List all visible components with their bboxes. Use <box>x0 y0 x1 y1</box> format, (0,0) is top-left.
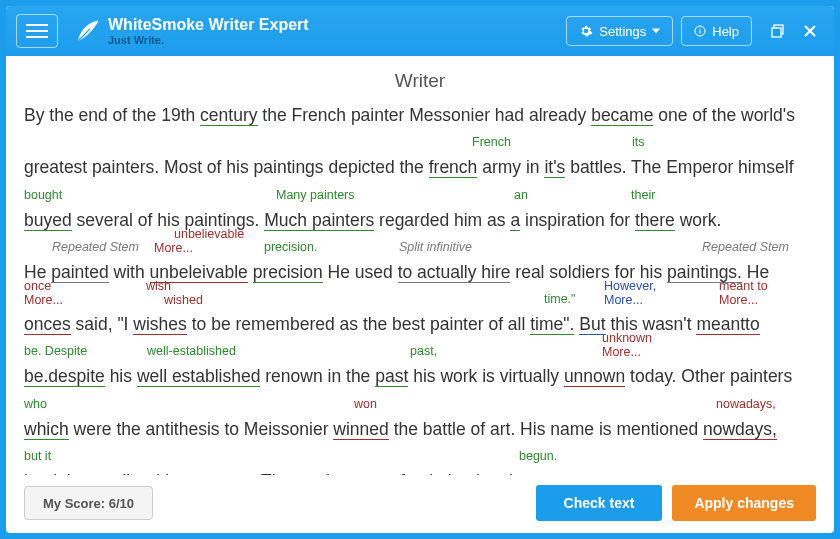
text-fragment: renown in the <box>260 366 375 386</box>
correction-suggestion[interactable]: past, <box>410 345 437 358</box>
text-line[interactable]: be. Despitewell-establishedpast,unknownM… <box>24 345 808 397</box>
flagged-word[interactable]: unnown <box>564 366 625 387</box>
correction-suggestion[interactable]: Repeated Stem <box>52 241 139 254</box>
flagged-word[interactable]: which <box>24 419 69 440</box>
text-fragment: his work is virtually <box>408 366 564 386</box>
flagged-word[interactable]: meantto <box>696 314 759 335</box>
check-text-button[interactable]: Check text <box>536 485 663 521</box>
restore-icon <box>770 23 786 39</box>
flagged-word[interactable]: unbeleivable <box>150 262 248 283</box>
text-editor[interactable]: By the end of the 19th century the Frenc… <box>24 102 816 475</box>
flagged-word[interactable]: century <box>200 105 257 126</box>
text-line[interactable]: onceMore...wishwishedtime."However,More.… <box>24 293 808 345</box>
flagged-word[interactable]: past <box>375 366 408 387</box>
correction-suggestion[interactable]: its <box>632 136 645 149</box>
flagged-word[interactable]: a <box>510 210 520 231</box>
settings-label: Settings <box>599 24 646 39</box>
text-fragment: said, "I <box>71 314 134 334</box>
text-line[interactable]: Frenchitsgreatest painters. Most of his … <box>24 136 808 188</box>
menu-button[interactable] <box>16 14 58 48</box>
text-fragment: inspiration for <box>520 210 635 230</box>
text-line[interactable]: boughtMany paintersantheirbuyed several … <box>24 189 808 241</box>
text-line[interactable]: Repeated StemMore...unbelievableprecisio… <box>24 241 808 293</box>
correction-suggestion[interactable]: their <box>631 189 655 202</box>
flagged-word[interactable]: Much painters <box>264 210 374 231</box>
svg-rect-4 <box>772 28 781 37</box>
text-fragment: but it is usually with contempt. The mod… <box>24 471 509 475</box>
correction-suggestion[interactable]: More... <box>719 294 758 307</box>
text-fragment: greatest painters. Most of his paintings… <box>24 157 429 177</box>
text-line[interactable]: but itbegun.but it is usually with conte… <box>24 450 808 475</box>
close-button[interactable] <box>796 17 824 45</box>
correction-suggestion[interactable]: nowadays, <box>716 398 776 411</box>
text-fragment <box>248 262 253 282</box>
correction-suggestion[interactable]: wished <box>164 294 203 307</box>
text-fragment: battles. The Emperor himself <box>565 157 793 177</box>
apply-changes-button[interactable]: Apply changes <box>672 485 816 521</box>
app-window: WhiteSmoke Writer Expert Just Write. Set… <box>6 6 834 533</box>
text-fragment: . <box>558 471 563 475</box>
text-fragment: regarded him as <box>374 210 510 230</box>
chevron-down-icon <box>652 27 660 35</box>
text-fragment: work. <box>675 210 722 230</box>
help-label: Help <box>712 24 739 39</box>
text-fragment: the French painter Messonier had already <box>258 105 592 125</box>
flagged-word[interactable]: became <box>591 105 653 126</box>
flagged-word[interactable]: onces <box>24 314 71 335</box>
flagged-word[interactable]: winned <box>333 419 388 440</box>
correction-suggestion[interactable]: More... <box>24 294 63 307</box>
correction-suggestion[interactable]: well-established <box>147 345 236 358</box>
flagged-word[interactable]: well established <box>137 366 261 387</box>
text-fragment: with <box>109 262 150 282</box>
editor-area: By the end of the 19th century the Frenc… <box>6 102 834 475</box>
correction-suggestion[interactable]: More... <box>154 242 193 255</box>
flagged-word[interactable]: wishes <box>133 314 187 335</box>
text-fragment: his <box>105 366 137 386</box>
title-bar: WhiteSmoke Writer Expert Just Write. Set… <box>6 6 834 56</box>
score-button[interactable]: My Score: 6/10 <box>24 486 153 520</box>
correction-suggestion[interactable]: be. Despite <box>24 345 87 358</box>
flagged-word[interactable]: be.despite <box>24 366 105 387</box>
text-fragment: were the antithesis to Meissonier <box>69 419 334 439</box>
flagged-word[interactable]: began <box>509 471 558 475</box>
feather-icon <box>74 17 102 45</box>
settings-button[interactable]: Settings <box>566 16 673 46</box>
text-fragment: By the end of the 19th <box>24 105 200 125</box>
flagged-word[interactable]: there <box>635 210 675 231</box>
flagged-word[interactable]: But <box>579 314 605 335</box>
correction-suggestion[interactable]: bought <box>24 189 62 202</box>
correction-suggestion[interactable]: who <box>24 398 47 411</box>
correction-suggestion[interactable]: French <box>472 136 511 149</box>
flagged-word[interactable]: time". <box>530 314 574 335</box>
restore-button[interactable] <box>764 17 792 45</box>
correction-suggestion[interactable]: time." <box>544 293 576 306</box>
correction-suggestion[interactable]: an <box>514 189 528 202</box>
flagged-word[interactable]: it's <box>544 157 565 178</box>
correction-suggestion[interactable]: precision. <box>264 241 318 254</box>
correction-suggestion[interactable]: begun. <box>519 450 557 463</box>
correction-suggestion[interactable]: Many painters <box>276 189 355 202</box>
correction-suggestion[interactable]: won <box>354 398 377 411</box>
flagged-word[interactable]: paintings. <box>667 262 742 283</box>
app-title: WhiteSmoke Writer Expert <box>108 17 309 33</box>
help-button[interactable]: Help <box>681 16 752 46</box>
flagged-word[interactable]: french <box>429 157 478 178</box>
correction-suggestion[interactable]: but it <box>24 450 51 463</box>
correction-suggestion[interactable]: Split infinitive <box>399 241 472 254</box>
page-title: Writer <box>6 56 834 102</box>
correction-suggestion[interactable]: More... <box>604 294 643 307</box>
flagged-word[interactable]: buyed <box>24 210 72 231</box>
flagged-word[interactable]: precision <box>253 262 323 283</box>
correction-suggestion[interactable]: Repeated Stem <box>702 241 789 254</box>
text-line[interactable]: whowonnowadays,which were the antithesis… <box>24 398 808 450</box>
app-tagline: Just Write. <box>108 35 309 46</box>
correction-suggestion[interactable]: More... <box>602 346 641 359</box>
text-fragment: today. Other painters <box>625 366 792 386</box>
text-fragment: He <box>742 262 769 282</box>
gear-icon <box>579 24 593 38</box>
text-line[interactable]: By the end of the 19th century the Frenc… <box>24 102 808 136</box>
flagged-word[interactable]: to actually hire <box>398 262 511 283</box>
flagged-word[interactable]: painted <box>51 262 108 283</box>
text-fragment: He used <box>323 262 398 282</box>
flagged-word[interactable]: nowdays, <box>703 419 777 440</box>
